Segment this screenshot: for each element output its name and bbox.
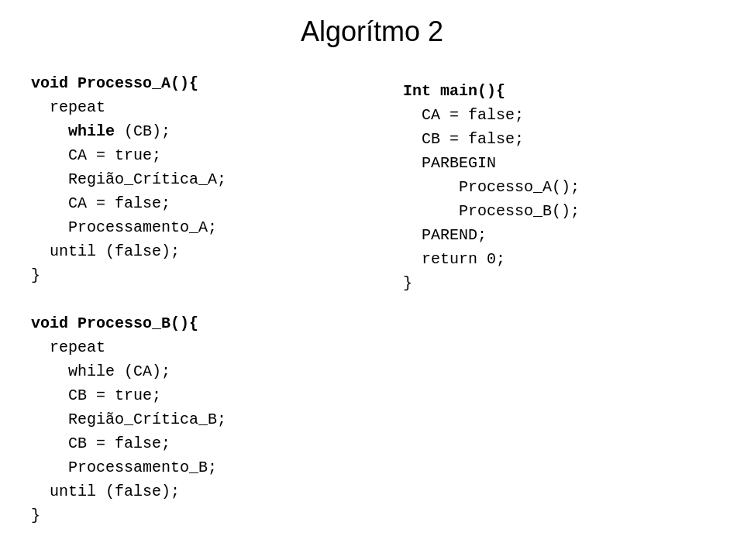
processo-a-code: void Processo_A(){ repeat while (CB); CA… [31, 74, 226, 524]
content-area: void Processo_A(){ repeat while (CB); CA… [31, 71, 713, 527]
page-title: Algorítmo 2 [31, 15, 713, 48]
main-code: Int main(){ CA = false; CB = false; PARB… [403, 82, 580, 292]
left-column: void Processo_A(){ repeat while (CB); CA… [31, 71, 403, 527]
right-column: Int main(){ CA = false; CB = false; PARB… [403, 71, 744, 295]
page-container: Algorítmo 2 void Processo_A(){ repeat wh… [0, 0, 744, 560]
